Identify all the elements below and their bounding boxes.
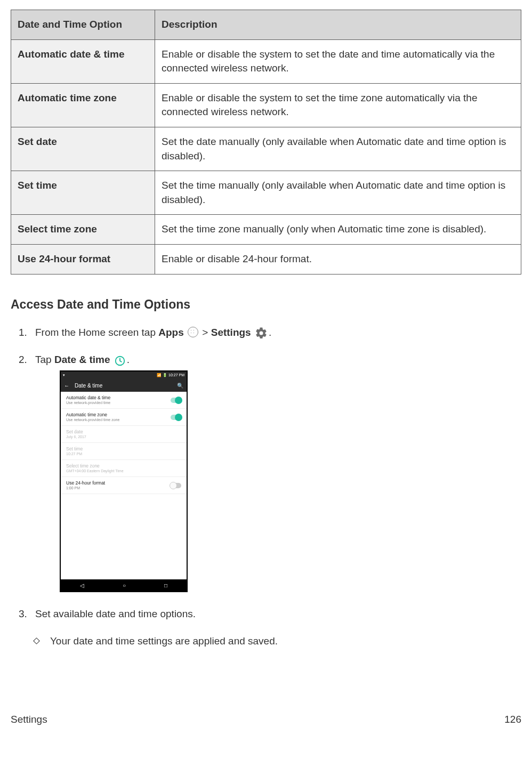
- clock-icon: [114, 353, 126, 368]
- step-text: Tap: [35, 354, 54, 365]
- toggle-on-icon: [171, 415, 181, 420]
- table-row: Automatic time zoneEnable or disable the…: [11, 83, 521, 127]
- option-cell: Set date: [11, 127, 155, 171]
- step-text: .: [127, 354, 130, 365]
- phone-row: Automatic date & timeUse network-provide…: [61, 392, 187, 409]
- description-cell: Enable or disable the system to set the …: [155, 83, 521, 127]
- table-row: Automatic date & timeEnable or disable t…: [11, 39, 521, 83]
- toggle-off-icon: [171, 483, 181, 488]
- step-1: From the Home screen tap Apps > Settings…: [30, 326, 521, 340]
- back-icon: ←: [64, 383, 69, 389]
- result-text: Your date and time settings are applied …: [50, 635, 278, 647]
- option-cell: Select time zone: [11, 215, 155, 245]
- steps-list: From the Home screen tap Apps > Settings…: [30, 326, 521, 621]
- footer-section: Settings: [11, 713, 47, 727]
- description-cell: Set the date manually (only available wh…: [155, 127, 521, 171]
- search-icon: 🔍: [177, 383, 183, 389]
- step-2: Tap Date & time . ▾ 📶 🔋 10:27 PM ← Date …: [30, 353, 521, 592]
- result-line: Your date and time settings are applied …: [11, 634, 521, 649]
- step-3: Set available date and time options.: [30, 607, 521, 621]
- option-cell: Set time: [11, 171, 155, 215]
- page-footer: Settings 126: [11, 713, 521, 727]
- nav-recent-icon: □: [164, 583, 167, 588]
- separator: >: [199, 327, 211, 338]
- phone-row: Set time10:27 PM: [61, 443, 187, 460]
- table-row: Set timeSet the time manually (only avai…: [11, 171, 521, 215]
- step-text: .: [269, 327, 271, 338]
- table-row: Set dateSet the date manually (only avai…: [11, 127, 521, 171]
- settings-label: Settings: [211, 327, 251, 338]
- status-left: ▾: [63, 373, 65, 377]
- appbar-title: Date & time: [75, 383, 102, 389]
- description-cell: Enable or disable 24-hour format.: [155, 244, 521, 274]
- step-text: From the Home screen tap: [35, 327, 158, 338]
- app-bar: ← Date & time 🔍: [61, 379, 187, 392]
- apps-label: Apps: [158, 327, 184, 338]
- footer-page-number: 126: [504, 713, 521, 727]
- description-cell: Enable or disable the system to set the …: [155, 39, 521, 83]
- option-cell: Automatic date & time: [11, 39, 155, 83]
- option-cell: Use 24-hour format: [11, 244, 155, 274]
- phone-row: Set dateJuly 6, 2017: [61, 426, 187, 443]
- date-time-label: Date & time: [54, 354, 110, 365]
- phone-row: Select time zoneGMT+04:00 Eastern Daylig…: [61, 460, 187, 477]
- description-cell: Set the time zone manually (only when Au…: [155, 215, 521, 245]
- option-cell: Automatic time zone: [11, 83, 155, 127]
- table-row: Use 24-hour formatEnable or disable 24-h…: [11, 244, 521, 274]
- nav-back-icon: ◁: [80, 583, 84, 588]
- description-cell: Set the time manually (only available wh…: [155, 171, 521, 215]
- date-time-options-table: Date and Time Option Description Automat…: [11, 10, 521, 274]
- phone-row: Automatic time zoneUse network-provided …: [61, 409, 187, 426]
- phone-frame: ▾ 📶 🔋 10:27 PM ← Date & time 🔍 Automatic…: [60, 370, 188, 592]
- gear-icon: [255, 326, 268, 340]
- status-right: 📶 🔋 10:27 PM: [157, 373, 184, 377]
- table-row: Select time zoneSet the time zone manual…: [11, 215, 521, 245]
- nav-bar: ◁ ○ □: [61, 579, 187, 591]
- section-heading: Access Date and Time Options: [11, 296, 521, 313]
- phone-row: Use 24-hour format1:00 PM: [61, 477, 187, 494]
- phone-screenshot: ▾ 📶 🔋 10:27 PM ← Date & time 🔍 Automatic…: [60, 370, 521, 592]
- toggle-on-icon: [171, 398, 181, 403]
- diamond-bullet-icon: [33, 637, 40, 644]
- status-bar: ▾ 📶 🔋 10:27 PM: [61, 372, 187, 379]
- table-header-option: Date and Time Option: [11, 10, 155, 40]
- table-header-description: Description: [155, 10, 521, 40]
- apps-icon: [188, 327, 198, 337]
- nav-home-icon: ○: [123, 583, 126, 588]
